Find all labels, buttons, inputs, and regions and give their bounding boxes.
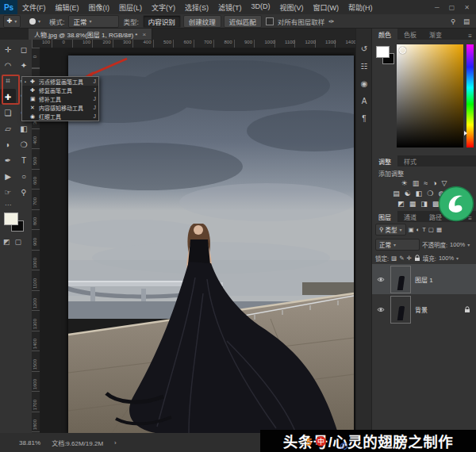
- layer-row-图层 1[interactable]: 图层 1: [372, 264, 476, 294]
- layer-row-背景[interactable]: 背景: [372, 294, 476, 324]
- lock-icon-1[interactable]: ✎: [399, 255, 404, 262]
- type-tool[interactable]: T: [16, 152, 32, 168]
- invert-icon[interactable]: ◩: [397, 199, 405, 209]
- black-white-icon[interactable]: ◧: [416, 189, 423, 199]
- tab-close-icon[interactable]: ×: [142, 31, 146, 38]
- properties-panel-icon[interactable]: ☷: [356, 57, 372, 75]
- curves-icon[interactable]: ≈: [424, 178, 428, 189]
- type-button-内容识别[interactable]: 内容识别: [143, 15, 181, 28]
- menu-item-1[interactable]: 编辑(E): [51, 2, 84, 13]
- minimize-button[interactable]: ─: [435, 4, 440, 11]
- hue-slider-bar[interactable]: [466, 44, 474, 147]
- menu-item-6[interactable]: 滤镜(T): [213, 2, 247, 13]
- hue-slider-marker[interactable]: [464, 131, 467, 136]
- path-selection-tool[interactable]: ▶: [0, 168, 16, 184]
- maximize-button[interactable]: ▢: [449, 4, 455, 11]
- pen-tool[interactable]: ✒: [0, 152, 16, 168]
- adjustments-tab-调整[interactable]: 调整: [372, 155, 397, 167]
- flyout-item-1[interactable]: ✚修复画笔工具J: [22, 86, 98, 94]
- color-picker-marker[interactable]: [399, 47, 406, 54]
- menu-item-4[interactable]: 文字(Y): [147, 2, 180, 13]
- zoom-tool[interactable]: ⚲: [16, 184, 32, 200]
- marquee-tool[interactable]: ◻: [16, 41, 32, 57]
- color-tab-颜色[interactable]: 颜色: [372, 29, 397, 40]
- current-tool-icon[interactable]: ✚: [3, 15, 21, 28]
- zoom-percent-field[interactable]: 38.81%: [19, 439, 40, 446]
- visibility-toggle[interactable]: [375, 307, 386, 312]
- menu-item-9[interactable]: 窗口(W): [309, 2, 344, 13]
- eraser-tool[interactable]: ▱: [0, 121, 16, 136]
- brightness-contrast-icon[interactable]: ☀: [401, 178, 408, 189]
- hue-saturation-icon[interactable]: ▤: [393, 189, 400, 199]
- layer-filter-icon-3[interactable]: ▢: [428, 226, 434, 233]
- search-icon[interactable]: ⚲: [451, 17, 455, 25]
- gradient-tool[interactable]: ◧: [16, 121, 32, 136]
- layer-filter-select[interactable]: ⚲ 类型: [375, 224, 406, 236]
- info-panel-icon[interactable]: ◉: [356, 75, 372, 92]
- layer-thumbnail[interactable]: [390, 266, 411, 293]
- workspace-switcher-icon[interactable]: ▤: [463, 17, 470, 25]
- shape-tool[interactable]: ○: [16, 168, 32, 184]
- lock-icon-0[interactable]: ▨: [391, 255, 397, 262]
- color-tab-色板[interactable]: 色板: [397, 29, 423, 40]
- mode-select[interactable]: 正常: [68, 15, 119, 28]
- color-panel-menu-icon[interactable]: ≡: [468, 33, 476, 40]
- flyout-item-0[interactable]: •✚污点修复画笔工具J: [22, 77, 98, 86]
- close-button[interactable]: ✕: [464, 4, 470, 11]
- quick-mask-icon[interactable]: ◩: [3, 238, 10, 246]
- color-tab-渐变[interactable]: 渐变: [423, 29, 448, 40]
- blend-mode-select[interactable]: 正常: [375, 239, 420, 251]
- levels-icon[interactable]: ▥: [413, 178, 420, 189]
- dodge-tool[interactable]: ❍: [16, 136, 32, 152]
- photo-document[interactable]: [68, 56, 354, 433]
- visibility-toggle[interactable]: [375, 277, 386, 282]
- opacity-value[interactable]: 100%: [450, 241, 470, 248]
- foreground-color-swatch[interactable]: [4, 213, 18, 225]
- layers-tab-通道[interactable]: 通道: [397, 211, 423, 222]
- brush-preset-picker[interactable]: [25, 16, 45, 27]
- menu-item-7[interactable]: 3D(D): [247, 2, 275, 13]
- saturation-brightness-field[interactable]: [397, 44, 463, 147]
- lasso-tool[interactable]: ◠: [0, 57, 16, 73]
- hand-tool[interactable]: ☞: [0, 184, 16, 200]
- lock-icon-2[interactable]: ✛: [406, 255, 411, 262]
- character-panel-icon[interactable]: A: [356, 92, 372, 109]
- menu-item-8[interactable]: 视图(V): [275, 2, 309, 13]
- quick-selection-tool[interactable]: ✦: [16, 57, 32, 73]
- posterize-icon[interactable]: ▦: [409, 199, 416, 209]
- sample-all-layers-checkbox[interactable]: [266, 17, 274, 25]
- layer-filter-icon-0[interactable]: ▣: [409, 226, 414, 233]
- pen-pressure-icon[interactable]: ✑: [328, 17, 334, 25]
- blur-tool[interactable]: ◗: [0, 136, 16, 152]
- color-balance-icon[interactable]: ☯: [405, 189, 411, 199]
- document-tab[interactable]: 人物.jpg @ 38.8%(图层 1, RGB/8#) * ×: [29, 29, 152, 40]
- flyout-item-2[interactable]: ▣修补工具J: [22, 94, 98, 103]
- flyout-item-4[interactable]: ◉红眼工具J: [22, 112, 98, 121]
- layer-filter-icon-1[interactable]: ◐: [416, 226, 420, 233]
- clone-stamp-tool[interactable]: ❏: [0, 105, 16, 121]
- menu-item-3[interactable]: 图层(L): [114, 2, 147, 13]
- adjustments-tab-样式[interactable]: 样式: [397, 155, 423, 167]
- visibility-eye-icon[interactable]: [377, 277, 385, 282]
- edit-toolbar-icon[interactable]: ⋯: [0, 201, 16, 209]
- panel-foreground-swatch[interactable]: [376, 46, 390, 58]
- menu-item-5[interactable]: 选择(S): [180, 2, 213, 13]
- type-button-创建纹理[interactable]: 创建纹理: [183, 15, 221, 28]
- layers-tab-图层[interactable]: 图层: [372, 211, 397, 222]
- paragraph-panel-icon[interactable]: ¶: [356, 109, 372, 127]
- photo-filter-icon[interactable]: ❍: [427, 189, 433, 199]
- screen-mode-icon[interactable]: ▢: [15, 238, 22, 246]
- menu-item-10[interactable]: 帮助(H): [344, 2, 378, 13]
- menu-item-0[interactable]: 文件(F): [17, 2, 51, 13]
- layer-filter-icon-2[interactable]: T: [422, 226, 426, 233]
- threshold-icon[interactable]: ◨: [420, 199, 428, 209]
- move-tool[interactable]: ✛: [0, 41, 16, 57]
- exposure-icon[interactable]: ◑: [432, 178, 436, 189]
- layer-thumbnail[interactable]: [390, 296, 411, 324]
- status-chevron-icon[interactable]: ›: [114, 439, 117, 446]
- layer-filter-icon-4[interactable]: ▦: [436, 226, 442, 233]
- visibility-eye-icon[interactable]: [377, 307, 385, 312]
- type-button-近似匹配[interactable]: 近似匹配: [224, 15, 262, 28]
- menu-item-2[interactable]: 图像(I): [84, 2, 115, 13]
- flyout-item-3[interactable]: ✕内容感知移动工具J: [22, 103, 98, 112]
